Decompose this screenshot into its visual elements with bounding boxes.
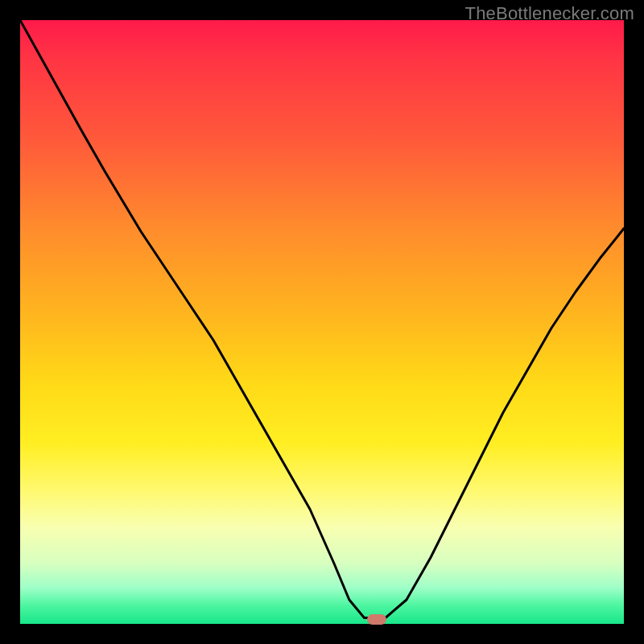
watermark-text: TheBottlenecker.com <box>465 3 634 24</box>
curve-svg <box>20 20 624 624</box>
plot-area <box>20 20 624 624</box>
bottleneck-curve <box>20 20 624 618</box>
chart-frame: TheBottlenecker.com <box>0 0 644 644</box>
optimum-marker <box>367 614 386 625</box>
